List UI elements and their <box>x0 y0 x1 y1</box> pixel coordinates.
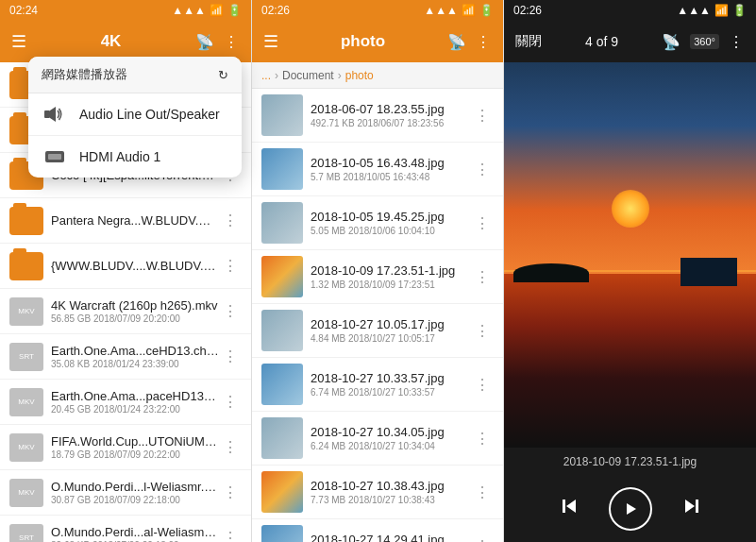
status-time-1: 02:24 <box>9 4 38 17</box>
menu-icon-1[interactable]: ☰ <box>11 31 26 52</box>
more-btn[interactable]: ⋮ <box>219 257 242 275</box>
photo-more-btn[interactable]: ⋮ <box>471 376 494 394</box>
file-info: O.Mundo.Perdi...al-Weliasmr.srt 82.68 KB… <box>51 525 219 542</box>
file-info: {WWW.BLUDV....W.BLUDV.COM <box>51 259 219 273</box>
photo-thumb <box>261 148 303 190</box>
cast-icon-1[interactable]: 📡 <box>195 33 214 51</box>
header-icons-1: 📡 ⋮ <box>195 33 240 51</box>
photo-more-btn[interactable]: ⋮ <box>471 322 494 340</box>
bc-part-2[interactable]: Document <box>282 69 334 82</box>
photo-more-btn[interactable]: ⋮ <box>471 161 494 178</box>
next-button[interactable] <box>680 495 703 523</box>
dropdown-item-speaker[interactable]: Audio Line Out/Speaker <box>28 93 242 136</box>
more-btn[interactable]: ⋮ <box>219 302 242 320</box>
list-item[interactable]: 2018-10-27 14.29.41.jpg 7.94 MB 2018/10/… <box>252 519 503 542</box>
list-item[interactable]: MKV 4K Warcraft (2160p h265).mkv 56.85 G… <box>0 289 251 334</box>
photo-info: 2018-10-27 10.38.43.jpg 7.73 MB 2018/10/… <box>311 479 471 505</box>
photo-more-btn[interactable]: ⋮ <box>471 430 494 448</box>
photo-thumb <box>261 310 303 351</box>
file-name: Earth.One.Ama...ceHD13.cht.srt <box>51 344 219 358</box>
svg-rect-8 <box>696 500 698 513</box>
battery-icon-3: 🔋 <box>732 4 747 17</box>
speaker-label: Audio Line Out/Speaker <box>79 107 220 122</box>
status-time-3: 02:26 <box>513 4 542 17</box>
hdmi-icon <box>42 147 68 166</box>
photo-viewer-image[interactable] <box>504 62 756 448</box>
photo-more-btn[interactable]: ⋮ <box>471 107 494 125</box>
list-item[interactable]: MKV Earth.One.Ama...paceHD13.mkv 20.45 G… <box>0 380 251 425</box>
dropdown-refresh[interactable]: ↻ <box>218 68 228 82</box>
more-btn[interactable]: ⋮ <box>219 393 242 411</box>
player-controls <box>504 476 756 542</box>
list-item[interactable]: MKV O.Mundo.Perdi...l-Weliasmr.mkv 30.87… <box>0 470 251 516</box>
photo-more-btn[interactable]: ⋮ <box>471 483 494 501</box>
header-icons-3: 📡 360° ⋮ <box>662 33 745 51</box>
header-bar-2: ☰ photo 📡 ⋮ <box>252 21 503 62</box>
photo-list: 2018-06-07 18.23.55.jpg 492.71 KB 2018/0… <box>252 89 503 542</box>
bc-part-1[interactable]: ... <box>261 69 271 82</box>
list-item[interactable]: MKV FIFA.World.Cup...UTONiUM.mkv 18.79 G… <box>0 425 251 470</box>
photo-name: 2018-06-07 18.23.55.jpg <box>311 102 471 116</box>
close-button[interactable]: 關閉 <box>515 33 542 50</box>
more-icon-1[interactable]: ⋮ <box>224 33 240 51</box>
dropdown-item-hdmi[interactable]: HDMI Audio 1 <box>28 136 242 178</box>
list-item[interactable]: SRT Earth.One.Ama...ceHD13.cht.srt 35.08… <box>0 334 251 380</box>
file-icon: SRT <box>9 524 43 543</box>
photo-more-btn[interactable]: ⋮ <box>471 537 494 543</box>
list-item[interactable]: SRT O.Mundo.Perdi...al-Weliasmr.srt 82.6… <box>0 516 251 542</box>
file-info: Earth.One.Ama...paceHD13.mkv 20.45 GB 20… <box>51 389 219 415</box>
file-name: O.Mundo.Perdi...l-Weliasmr.mkv <box>51 480 219 494</box>
file-meta: 18.79 GB 2018/07/09 20:22:00 <box>51 449 219 460</box>
list-item[interactable]: 2018-10-05 19.45.25.jpg 5.05 MB 2018/10/… <box>252 196 503 250</box>
photo-name: 2018-10-05 19.45.25.jpg <box>311 210 471 224</box>
file-info: Earth.One.Ama...ceHD13.cht.srt 35.08 KB … <box>51 344 219 369</box>
photo-more-btn[interactable]: ⋮ <box>471 268 494 286</box>
file-meta: 56.85 GB 2018/07/09 20:20:00 <box>51 313 219 324</box>
signal-icons-1: ▲▲▲ 📶 🔋 <box>172 4 242 17</box>
panel-files: 02:24 ▲▲▲ 📶 🔋 ☰ 4K 📡 ⋮ 網路媒體播放器 ↻ <box>0 0 252 542</box>
list-item[interactable]: 2018-06-07 18.23.55.jpg 492.71 KB 2018/0… <box>252 89 503 143</box>
cast-icon-2[interactable]: 📡 <box>447 33 466 51</box>
photo-thumb <box>261 364 303 405</box>
photo-thumb <box>261 202 303 244</box>
more-btn[interactable]: ⋮ <box>219 347 242 365</box>
more-icon-3[interactable]: ⋮ <box>729 33 745 51</box>
list-item[interactable]: {WWW.BLUDV....W.BLUDV.COM ⋮ <box>0 244 251 289</box>
photo-meta: 7.73 MB 2018/10/27 10:38:43 <box>311 495 471 505</box>
list-item[interactable]: 2018-10-05 16.43.48.jpg 5.7 MB 2018/10/0… <box>252 143 503 196</box>
photo-meta: 4.84 MB 2018/10/27 10:05:17 <box>311 333 471 344</box>
status-bar-1: 02:24 ▲▲▲ 📶 🔋 <box>0 0 251 21</box>
file-meta: 20.45 GB 2018/01/24 23:22:00 <box>51 404 219 415</box>
building-silhouette <box>680 258 737 286</box>
menu-icon-2[interactable]: ☰ <box>263 31 278 52</box>
more-btn[interactable]: ⋮ <box>219 529 242 542</box>
more-btn[interactable]: ⋮ <box>219 483 242 501</box>
signal-icon: ▲▲▲ <box>172 4 206 17</box>
dropdown-title: 網路媒體播放器 <box>42 66 127 83</box>
list-item[interactable]: 2018-10-27 10.34.05.jpg 6.24 MB 2018/10/… <box>252 412 503 466</box>
more-btn[interactable]: ⋮ <box>219 438 242 456</box>
angle-label: 360° <box>690 34 719 49</box>
list-item[interactable]: Pantera Negra...W.BLUDV.COM ⋮ <box>0 198 251 244</box>
photo-name: 2018-10-09 17.23.51-1.jpg <box>311 263 471 278</box>
photo-meta: 1.32 MB 2018/10/09 17:23:51 <box>311 279 471 290</box>
list-item[interactable]: 2018-10-27 10.33.57.jpg 6.74 MB 2018/10/… <box>252 358 503 412</box>
photo-more-btn[interactable]: ⋮ <box>471 214 494 232</box>
cast-icon-3[interactable]: 📡 <box>662 33 680 51</box>
photo-counter: 4 of 9 <box>585 34 618 49</box>
folder-icon <box>9 207 43 235</box>
photo-info: 2018-10-05 16.43.48.jpg 5.7 MB 2018/10/0… <box>311 156 471 182</box>
bc-part-3[interactable]: photo <box>345 69 374 82</box>
prev-button[interactable] <box>558 495 580 523</box>
photo-name: 2018-10-05 16.43.48.jpg <box>311 156 471 170</box>
list-item[interactable]: 2018-10-09 17.23.51-1.jpg 1.32 MB 2018/1… <box>252 250 503 304</box>
play-button[interactable] <box>609 487 652 531</box>
photo-name: 2018-10-27 10.38.43.jpg <box>311 479 471 493</box>
list-item[interactable]: 2018-10-27 10.05.17.jpg 4.84 MB 2018/10/… <box>252 304 503 358</box>
signal-icons-2: ▲▲▲ 📶 🔋 <box>424 4 494 17</box>
list-item[interactable]: 2018-10-27 10.38.43.jpg 7.73 MB 2018/10/… <box>252 466 503 519</box>
more-icon-2[interactable]: ⋮ <box>476 33 492 51</box>
photo-meta: 6.74 MB 2018/10/27 10:33:57 <box>311 387 471 398</box>
more-btn[interactable]: ⋮ <box>219 212 242 229</box>
file-icon: MKV <box>9 479 43 507</box>
